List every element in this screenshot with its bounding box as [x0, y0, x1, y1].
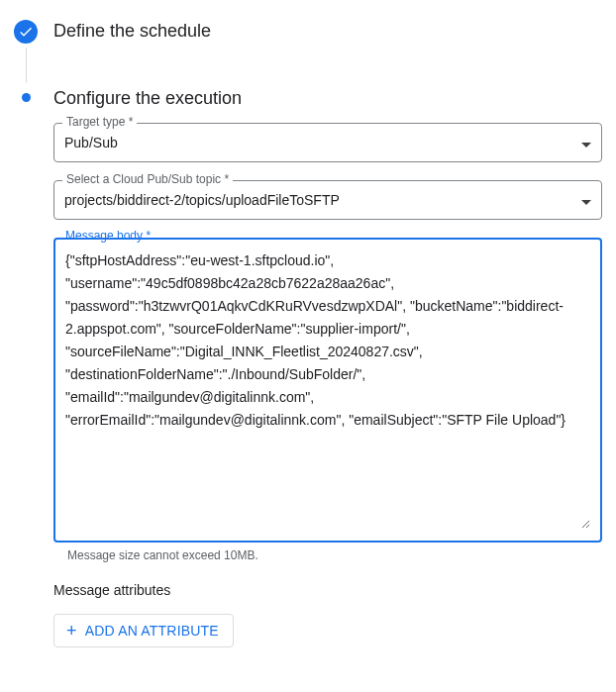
message-body-textarea[interactable]	[65, 249, 590, 529]
chevron-down-icon	[581, 134, 591, 151]
message-body-field: Message body *	[53, 238, 602, 543]
step1-title: Define the schedule	[53, 20, 211, 42]
step-connector	[26, 48, 27, 83]
chevron-down-icon	[581, 191, 591, 209]
active-dot-icon	[22, 93, 31, 102]
message-attributes-heading: Message attributes	[53, 582, 602, 598]
message-body-helper: Message size cannot exceed 10MB.	[67, 548, 602, 562]
step-define-schedule[interactable]: Define the schedule	[14, 20, 602, 44]
topic-value: projects/biddirect-2/topics/uploadFileTo…	[64, 192, 581, 208]
topic-label: Select a Cloud Pub/Sub topic *	[62, 173, 233, 185]
step-configure-execution: Configure the execution	[14, 87, 602, 109]
add-attribute-button[interactable]: + ADD AN ATTRIBUTE	[53, 614, 234, 647]
pubsub-topic-select[interactable]: Select a Cloud Pub/Sub topic * projects/…	[53, 180, 602, 220]
target-type-select[interactable]: Target type * Pub/Sub	[53, 123, 602, 162]
step2-title: Configure the execution	[53, 87, 242, 109]
target-type-label: Target type *	[62, 116, 137, 128]
check-icon	[14, 20, 38, 44]
target-type-value: Pub/Sub	[64, 135, 581, 150]
plus-icon: +	[66, 624, 77, 638]
add-attribute-label: ADD AN ATTRIBUTE	[85, 623, 219, 639]
